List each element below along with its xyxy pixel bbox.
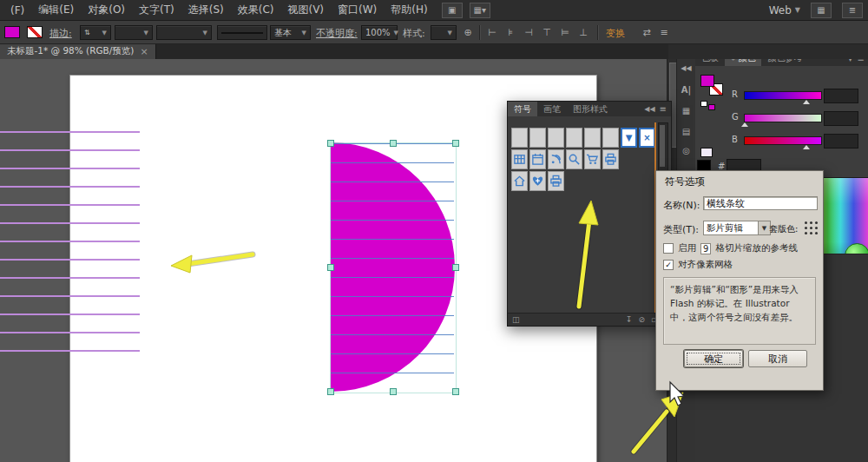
stroke-panel-icon[interactable]: ◎ [677,146,695,155]
fill-color-swatch[interactable] [4,26,20,38]
symbol-thumb-blank[interactable] [584,128,601,148]
variable-width-dropdown[interactable]: ▼ [115,25,153,40]
tab-graphic-styles[interactable]: 图形样式 [567,102,614,116]
swatches-panel-icon[interactable]: ▦ [677,106,695,116]
last-color-swatch[interactable] [700,148,713,157]
symbol-thumb-printer[interactable] [602,149,619,169]
selection-handle[interactable] [452,264,459,271]
align-top-icon[interactable]: ⊤ [539,25,555,40]
fill-proxy-swatch[interactable] [700,75,714,87]
symbol-thumb-dropdown[interactable]: ▼ [621,128,637,148]
stroke-label[interactable]: 描边: [49,27,72,40]
selection-bounding-box[interactable] [330,142,457,393]
symbol-thumb-printer[interactable] [548,171,564,191]
document-tab[interactable]: 未标题-1* @ 98% (RGB/预览) × [0,43,156,59]
symbol-thumb-calendar[interactable] [529,149,546,169]
place-symbol-icon[interactable]: ↧ [626,315,633,324]
menu-item-effect[interactable]: 效果(C) [231,3,281,17]
name-input[interactable] [703,196,818,210]
align-bottom-icon[interactable]: ⊥ [575,25,591,40]
break-link-icon[interactable]: ⊘ [638,315,645,324]
scrollbar-thumb[interactable] [660,125,665,167]
symbol-thumb-blank[interactable] [529,128,546,148]
stroke-preview-box[interactable] [217,25,267,40]
swap-swatches-icon[interactable] [708,104,715,110]
symbol-thumb-blank[interactable] [511,128,528,148]
menu-item-type[interactable]: 文字(T) [132,3,181,17]
symbol-thumb-home[interactable] [511,171,528,191]
symbol-thumb-blank[interactable] [602,128,619,148]
tab-brushes[interactable]: 画笔 [537,102,567,116]
slice-scaling-checkbox[interactable] [663,243,674,254]
symbol-thumb-cart[interactable] [584,149,601,169]
green-slider-thumb[interactable] [741,122,748,127]
isolate-icon[interactable]: ⇄ [639,25,654,40]
collapse-icon[interactable]: ◀◀ [644,105,654,113]
chevron-down-icon[interactable]: ▼ [795,6,800,14]
profile-dropdown[interactable]: 基本▼ [270,25,311,40]
selection-handle[interactable] [452,140,459,147]
green-value-field[interactable] [824,111,858,126]
red-slider[interactable] [744,91,822,100]
panel-menu-icon[interactable]: ≡ [656,25,672,40]
selection-handle[interactable] [327,388,334,395]
menu-item-window[interactable]: 窗口(W) [331,3,384,17]
selection-handle[interactable] [390,140,397,147]
menu-item-file[interactable]: (F) [3,4,31,16]
registration-point-grid[interactable] [804,221,819,235]
stroke-color-swatch[interactable] [27,26,43,38]
symbol-thumb-blank[interactable] [548,128,564,148]
selection-handle[interactable] [327,140,334,147]
menu-item-view[interactable]: 视图(V) [280,3,331,17]
menu-item-object[interactable]: 对象(O) [81,3,132,17]
close-icon[interactable]: × [140,46,148,57]
selection-handle[interactable] [390,388,397,395]
align-left-icon[interactable]: ⊢ [484,25,500,40]
cancel-button[interactable]: 取消 [748,350,807,367]
appearance-panel-icon[interactable]: ▤ [677,127,695,136]
symbol-thumb-close[interactable]: × [639,128,655,148]
blue-slider[interactable] [744,136,822,145]
align-right-icon[interactable]: ⊣ [521,25,536,40]
style-dropdown[interactable]: ▼ [431,25,457,40]
align-center-icon[interactable]: ⊧ [503,25,518,40]
menu-item-help[interactable]: 帮助(H) [384,3,434,17]
expand-panels-icon[interactable]: ◀◀ [677,64,695,72]
slice-count-field[interactable]: 9 [700,243,711,254]
transform-link[interactable]: 变换 [606,27,625,40]
brush-definition-dropdown[interactable]: ▼ [156,25,212,40]
globe-icon[interactable]: ⊕ [460,25,476,40]
purple-stripes-artwork[interactable] [0,131,140,358]
symbol-thumb-heart-cross[interactable] [529,171,546,191]
symbol-thumb-table[interactable] [511,149,528,169]
type-dropdown[interactable]: 影片剪辑▼ [703,221,771,235]
menu-icon[interactable]: ≣ [842,3,863,18]
symbol-thumb-search[interactable] [566,149,582,169]
opacity-dropdown[interactable]: 100%▼ [361,25,398,40]
blue-slider-thumb[interactable] [803,145,810,149]
green-slider[interactable] [744,114,822,122]
cpu-icon[interactable]: ▦ [811,3,832,18]
align-middle-icon[interactable]: ⊨ [557,25,573,40]
tab-symbols[interactable]: 符号 [508,102,537,116]
menu-item-edit[interactable]: 编辑(E) [31,3,81,17]
opacity-label[interactable]: 不透明度: [316,27,358,40]
red-value-field[interactable] [824,89,858,103]
blue-value-field[interactable] [824,134,858,148]
menu-item-select[interactable]: 选择(S) [181,3,231,17]
ok-button[interactable]: 确定 [684,350,743,367]
red-slider-thumb[interactable] [803,100,810,104]
selection-handle[interactable] [327,264,334,271]
arrange-documents-icon[interactable]: ▣ [442,3,463,18]
selection-handle[interactable] [452,388,459,395]
pixel-grid-checkbox[interactable]: ✓ [663,260,674,270]
symbol-libraries-icon[interactable]: ◫ [512,315,520,324]
symbol-thumb-rss[interactable] [548,149,564,169]
chevron-down-icon[interactable]: ▼ [758,221,770,234]
default-swatches-icon[interactable] [700,101,707,107]
character-panel-icon[interactable]: A| [677,85,695,95]
screen-mode-icon[interactable]: ▦▾ [470,3,490,18]
workspace-switcher[interactable]: Web [769,4,792,16]
panel-menu-icon[interactable]: ≡ [660,104,667,114]
symbol-thumb-blank[interactable] [566,128,582,148]
